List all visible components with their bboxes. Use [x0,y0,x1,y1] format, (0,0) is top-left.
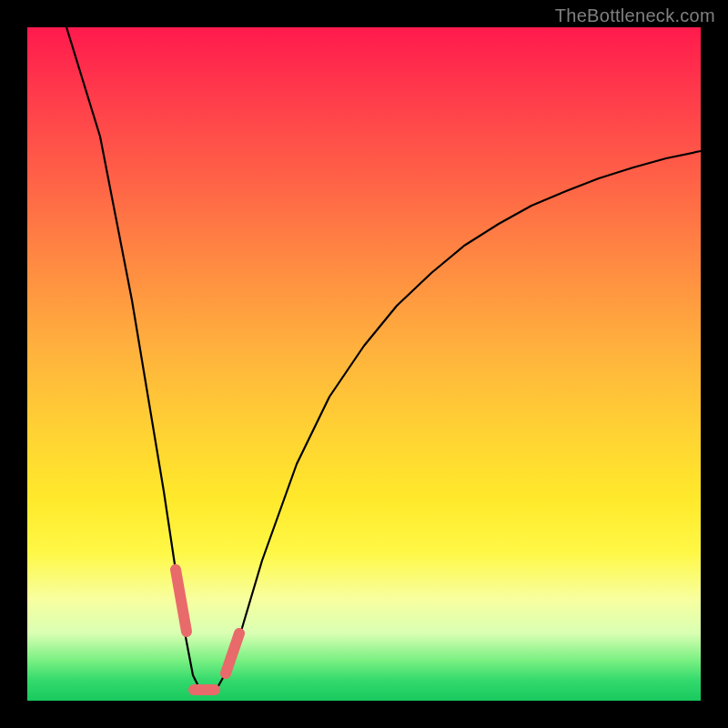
curve-svg [27,27,701,701]
left-descent-marker [176,570,187,632]
right-ascent-marker [226,633,239,673]
plot-area [27,27,701,701]
watermark-text: TheBottleneck.com [555,5,715,26]
outer-frame: TheBottleneck.com [0,0,728,728]
bottleneck-curve [64,27,701,694]
